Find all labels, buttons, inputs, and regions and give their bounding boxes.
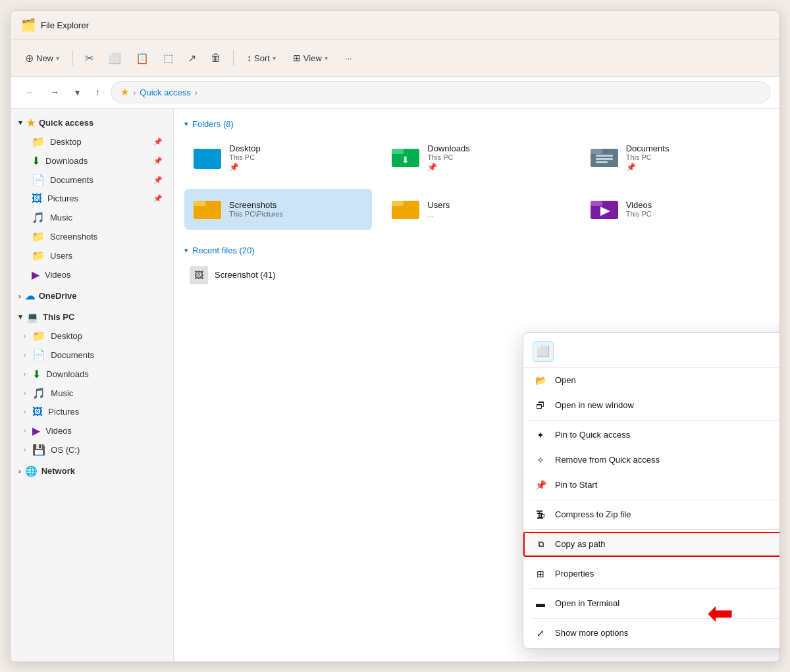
sidebar-this-pc-documents-label: Documents bbox=[51, 350, 163, 360]
up-button[interactable]: ↑ bbox=[90, 84, 105, 101]
sidebar-item-music[interactable]: 🎵 Music bbox=[13, 208, 171, 227]
sidebar-item-desktop[interactable]: 📁 Desktop 📌 bbox=[13, 132, 171, 151]
sidebar-item-this-pc-videos[interactable]: › ▶ Videos bbox=[13, 421, 171, 440]
context-menu-item-copy-path[interactable]: ⧉ Copy as path bbox=[523, 532, 779, 557]
sort-icon: ↕ bbox=[247, 53, 251, 63]
context-menu-top-icons: ⬜ bbox=[523, 336, 779, 368]
folders-section-header[interactable]: ▾ Folders (8) bbox=[184, 119, 769, 129]
path-separator-2: › bbox=[195, 88, 198, 97]
ctx-pin-start-label: Pin to Start bbox=[555, 480, 779, 490]
pin-icon: 📌 bbox=[626, 163, 670, 172]
forward-button[interactable]: → bbox=[45, 84, 65, 101]
sidebar-this-pc-header[interactable]: ▾ 💻 This PC bbox=[11, 308, 173, 326]
context-menu-item-remove-quick[interactable]: ✧ Remove from Quick access bbox=[523, 448, 779, 473]
sidebar-quick-access-header[interactable]: ▾ ★ Quick access bbox=[11, 114, 173, 132]
ctx-show-more-label: Show more options bbox=[555, 628, 779, 638]
folder-card-documents[interactable]: Documents This PC 📌 bbox=[581, 137, 769, 178]
context-menu-item-pin-quick[interactable]: ✦ Pin to Quick access bbox=[523, 423, 779, 448]
svg-rect-7 bbox=[591, 149, 602, 154]
folder-card-desktop-name: Desktop bbox=[229, 143, 261, 153]
music-icon: 🎵 bbox=[32, 211, 45, 224]
share-button[interactable]: ↗ bbox=[182, 48, 201, 68]
context-menu-item-pin-start[interactable]: 📌 Pin to Start bbox=[523, 473, 779, 498]
sidebar-network-header[interactable]: › 🌐 Network bbox=[11, 462, 173, 480]
folder-yellow-icon: 📁 bbox=[32, 230, 45, 243]
address-bar: ← → ▾ ↑ ★ › Quick access › bbox=[11, 77, 779, 109]
folder-card-downloads-sub: This PC bbox=[427, 153, 469, 161]
chevron-right-icon: › bbox=[24, 332, 26, 340]
new-chevron-icon: ▾ bbox=[56, 55, 59, 62]
more-button[interactable]: ··· bbox=[338, 49, 359, 67]
view-button[interactable]: ⊞ View ▾ bbox=[286, 49, 334, 67]
sidebar-documents-label: Documents bbox=[50, 175, 148, 185]
window-icon: 🗂️ bbox=[21, 18, 36, 32]
sidebar-quick-access-label: Quick access bbox=[39, 118, 93, 128]
context-menu-item-open-terminal[interactable]: ▬ Open in Terminal bbox=[523, 591, 779, 616]
svg-rect-2 bbox=[194, 149, 221, 167]
folder-docs-icon: 📄 bbox=[32, 174, 45, 186]
context-menu-item-compress[interactable]: 🗜 Compress to Zip file bbox=[523, 502, 779, 527]
sidebar-screenshots-label: Screenshots bbox=[50, 232, 163, 242]
address-path-bar[interactable]: ★ › Quick access › bbox=[111, 81, 770, 103]
folder-card-screenshots[interactable]: Screenshots This PC\Pictures bbox=[184, 189, 372, 230]
context-menu-copy-icon[interactable]: ⬜ bbox=[533, 341, 554, 362]
new-label: New bbox=[36, 53, 53, 63]
folder-users-icon bbox=[392, 195, 419, 223]
sidebar-item-documents[interactable]: 📄 Documents 📌 bbox=[13, 170, 171, 190]
view-chevron-icon: ▾ bbox=[325, 55, 328, 62]
more-label: ··· bbox=[345, 53, 352, 63]
folder-card-desktop[interactable]: Desktop This PC 📌 bbox=[184, 137, 372, 178]
sidebar-item-screenshots[interactable]: 📁 Screenshots bbox=[13, 227, 171, 246]
sidebar-item-this-pc-desktop[interactable]: › 📁 Desktop bbox=[13, 326, 171, 346]
rename-button[interactable]: ⬚ bbox=[158, 48, 178, 68]
context-menu-item-open-new-window[interactable]: 🗗 Open in new window bbox=[523, 393, 779, 418]
sidebar-this-pc-music-label: Music bbox=[51, 388, 163, 398]
recent-section-header[interactable]: ▾ Recent files (20) bbox=[184, 246, 769, 255]
sidebar-network-label: Network bbox=[41, 466, 75, 476]
folder-card-downloads[interactable]: ⬇ Downloads This PC 📌 bbox=[382, 137, 570, 178]
new-button[interactable]: ⊕ New ▾ bbox=[18, 48, 66, 68]
context-menu-item-show-more[interactable]: ⤢ Show more options Shift+F10 bbox=[523, 621, 779, 646]
recent-file-item[interactable]: 🖼 Screenshot (41) bbox=[184, 262, 769, 288]
sidebar-item-this-pc-music[interactable]: › 🎵 Music bbox=[13, 384, 171, 403]
back-button[interactable]: ← bbox=[20, 84, 40, 101]
new-plus-icon: ⊕ bbox=[25, 52, 34, 65]
sort-button[interactable]: ↕ Sort ▾ bbox=[240, 49, 282, 67]
svg-rect-12 bbox=[194, 201, 205, 206]
copy-button[interactable]: ⬜ bbox=[103, 48, 126, 68]
sidebar-item-users[interactable]: 📁 Users bbox=[13, 246, 171, 265]
sidebar-this-pc-videos-label: Videos bbox=[45, 426, 163, 436]
sidebar-section-network: › 🌐 Network bbox=[11, 462, 173, 480]
context-menu-item-properties[interactable]: ⊞ Properties Alt+Enter bbox=[523, 561, 779, 586]
context-menu-separator-3 bbox=[530, 529, 779, 530]
unpin-icon: ✧ bbox=[534, 453, 547, 467]
sidebar-item-this-pc-downloads[interactable]: › ⬇ Downloads bbox=[13, 365, 171, 384]
chevron-down-icon: ▾ bbox=[18, 118, 22, 127]
ctx-open-terminal-label: Open in Terminal bbox=[555, 598, 779, 608]
recent-locations-button[interactable]: ▾ bbox=[70, 84, 85, 101]
delete-button[interactable]: 🗑 bbox=[205, 48, 226, 68]
sidebar-item-downloads[interactable]: ⬇ Downloads 📌 bbox=[13, 151, 171, 170]
sidebar-item-this-pc-os[interactable]: › 💾 OS (C:) bbox=[13, 440, 171, 459]
quick-access-breadcrumb[interactable]: Quick access bbox=[140, 88, 190, 97]
sidebar-item-this-pc-documents[interactable]: › 📄 Documents bbox=[13, 346, 171, 365]
paste-button[interactable]: 📋 bbox=[130, 48, 154, 68]
folder-pics-icon: 🖼 bbox=[32, 193, 42, 205]
folder-card-videos[interactable]: Videos This PC bbox=[581, 189, 769, 230]
folder-card-users[interactable]: Users ... bbox=[382, 189, 570, 230]
star-icon: ★ bbox=[120, 86, 129, 98]
folder-card-users-sub: ... bbox=[427, 210, 450, 218]
sidebar-onedrive-header[interactable]: › ☁ OneDrive bbox=[11, 287, 173, 305]
context-menu-item-open[interactable]: 📂 Open Enter bbox=[523, 368, 779, 393]
folder-card-downloads-name: Downloads bbox=[427, 143, 469, 153]
cut-button[interactable]: ✂ bbox=[80, 48, 99, 68]
main-area: ▾ ★ Quick access 📁 Desktop 📌 ⬇ Downloads… bbox=[11, 109, 779, 661]
folder-card-desktop-info: Desktop This PC 📌 bbox=[229, 143, 261, 172]
svg-rect-8 bbox=[596, 155, 613, 157]
sidebar-item-videos[interactable]: ▶ Videos bbox=[13, 265, 171, 284]
folder-documents-icon bbox=[591, 143, 618, 171]
chevron-right-icon: › bbox=[24, 427, 26, 434]
sidebar-item-pictures[interactable]: 🖼 Pictures 📌 bbox=[13, 190, 171, 208]
folder-card-documents-name: Documents bbox=[626, 143, 670, 153]
sidebar-item-this-pc-pictures[interactable]: › 🖼 Pictures bbox=[13, 403, 171, 421]
